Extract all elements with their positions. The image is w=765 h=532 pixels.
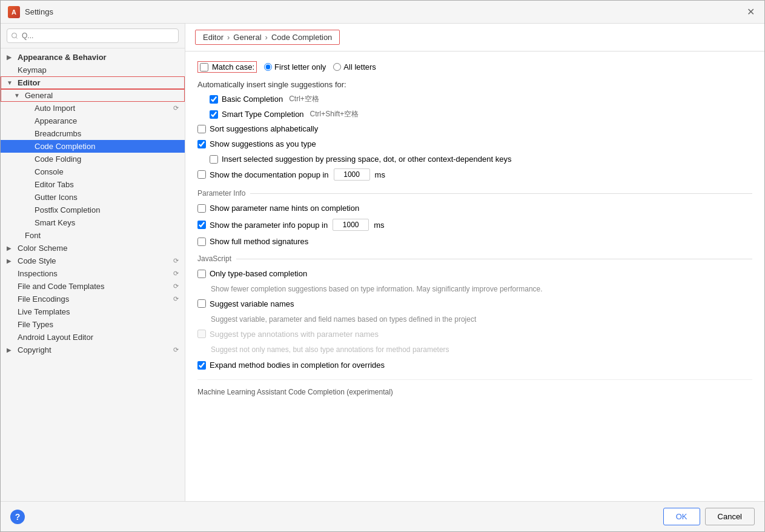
sidebar-item-keymap[interactable]: Keymap [1,64,185,76]
sidebar-item-live-templates[interactable]: Live Templates [1,305,185,318]
sidebar-item-label: Editor [18,78,179,87]
sidebar-item-file-types[interactable]: File Types [1,318,185,331]
right-panel: Editor › General › Code Completion Match… [185,24,764,501]
sync-icon: ⟳ [173,346,179,354]
help-button[interactable]: ? [10,510,25,524]
breadcrumb-sep2: › [265,33,268,42]
type-based-hint: Show fewer completion suggestions based … [197,284,752,294]
sidebar-item-appearance-behavior[interactable]: ▶ Appearance & Behavior [1,51,185,64]
sidebar-item-label: Appearance [35,116,179,125]
sidebar-item-code-style[interactable]: ▶ Code Style ⟳ [1,254,185,267]
show-as-you-type-label[interactable]: Show suggestions as you type [197,139,316,148]
match-case-label[interactable]: Match case: [200,62,254,71]
smart-type-checkbox[interactable] [210,110,218,119]
sidebar-item-code-completion[interactable]: Code Completion [1,140,185,153]
sidebar-item-console[interactable]: Console [1,165,185,178]
type-based-label[interactable]: Only type-based completion [197,269,307,278]
sidebar-item-font[interactable]: Font [1,229,185,242]
sidebar-item-label: File Encodings [18,294,173,304]
sidebar-item-label: Breadcrumbs [35,129,179,138]
show-param-hints-checkbox[interactable] [197,204,206,213]
radio-first-letter[interactable]: First letter only [264,62,326,71]
suggest-type-annotations-label[interactable]: Suggest type annotations with parameter … [197,330,379,339]
radio-group: First letter only All letters [264,62,376,71]
suggest-type-annotations-hint: Suggest not only names, but also type an… [197,345,752,355]
type-based-checkbox[interactable] [197,270,206,278]
content-area: Match case: First letter only All letter… [185,52,764,501]
show-param-popup-input[interactable] [333,219,369,231]
show-full-signatures-row: Show full method signatures [197,237,752,246]
expand-method-bodies-row: Expand method bodies in completion for o… [197,361,752,370]
radio-first-letter-input[interactable] [264,63,272,71]
show-doc-popup-input[interactable] [334,168,370,181]
show-param-popup-checkbox[interactable] [197,221,206,229]
suggest-type-annotations-checkbox[interactable] [197,330,206,338]
titlebar: A Settings ✕ [1,1,764,24]
sidebar-item-editor[interactable]: ▼ Editor [1,76,185,89]
match-case-checkbox[interactable] [200,63,208,71]
radio-all-letters-input[interactable] [333,63,341,71]
show-full-signatures-checkbox[interactable] [197,238,206,246]
sidebar-item-editor-tabs[interactable]: Editor Tabs [1,178,185,191]
insert-by-keys-label[interactable]: Insert selected suggestion by pressing s… [210,155,752,164]
radio-all-letters[interactable]: All letters [333,62,376,71]
titlebar-title: Settings [25,7,53,16]
sidebar: ▶ Appearance & Behavior Keymap ▼ Editor … [1,24,185,501]
sidebar-item-file-code-templates[interactable]: File and Code Templates ⟳ [1,280,185,293]
expand-method-bodies-label[interactable]: Expand method bodies in completion for o… [197,361,385,370]
sort-alphabetically-checkbox[interactable] [197,125,206,133]
show-param-popup-label[interactable]: Show the parameter info popup in [197,221,328,230]
footer-left: ? [10,510,25,524]
show-param-hints-label[interactable]: Show parameter name hints on completion [197,204,359,213]
search-input[interactable] [7,28,179,43]
sidebar-item-gutter-icons[interactable]: Gutter Icons [1,191,185,204]
sidebar-item-label: Appearance & Behavior [18,53,179,62]
ok-button[interactable]: OK [663,508,700,525]
ml-section: Machine Learning Assistant Code Completi… [197,379,752,396]
show-doc-popup-suffix: ms [375,170,385,179]
sidebar-item-label: Auto Import [35,104,173,113]
sidebar-item-postfix-completion[interactable]: Postfix Completion [1,204,185,216]
cancel-button[interactable]: Cancel [705,508,755,525]
show-as-you-type-text: Show suggestions as you type [210,139,316,148]
sidebar-item-color-scheme[interactable]: ▶ Color Scheme [1,242,185,254]
show-doc-popup-checkbox[interactable] [197,170,206,179]
show-as-you-type-checkbox[interactable] [197,140,206,148]
show-full-signatures-label[interactable]: Show full method signatures [197,237,308,246]
sidebar-item-code-folding[interactable]: Code Folding [1,153,185,165]
close-button[interactable]: ✕ [744,5,757,19]
expand-method-bodies-checkbox[interactable] [197,361,206,370]
sort-alphabetically-label[interactable]: Sort suggestions alphabetically [197,124,318,133]
show-doc-popup-label[interactable]: Show the documentation popup in [197,170,329,179]
sidebar-item-smart-keys[interactable]: Smart Keys [1,216,185,229]
sidebar-item-general[interactable]: ▼ General [1,89,185,102]
breadcrumb-bar: Editor › General › Code Completion [185,24,764,52]
search-box [1,24,185,48]
basic-completion-row: Basic Completion Ctrl+空格 [197,94,752,104]
show-param-popup-row: Show the parameter info popup in ms [197,219,752,231]
javascript-divider: JavaScript [197,254,752,263]
suggest-variable-checkbox[interactable] [197,299,206,308]
main-content: ▶ Appearance & Behavior Keymap ▼ Editor … [1,24,764,501]
sidebar-item-file-encodings[interactable]: File Encodings ⟳ [1,293,185,305]
insert-by-keys-checkbox[interactable] [210,155,218,164]
sidebar-item-appearance[interactable]: Appearance [1,115,185,127]
show-param-hints-text: Show parameter name hints on completion [210,204,359,213]
show-param-popup-text: Show the parameter info popup in [210,221,328,230]
smart-type-label[interactable]: Smart Type Completion Ctrl+Shift+空格 [210,109,752,119]
app-icon: A [8,6,20,18]
sidebar-item-label: Postfix Completion [35,205,179,214]
sync-icon: ⟳ [173,295,179,303]
basic-completion-label[interactable]: Basic Completion Ctrl+空格 [210,94,752,104]
sidebar-item-copyright[interactable]: ▶ Copyright ⟳ [1,344,185,356]
sidebar-item-android-layout-editor[interactable]: Android Layout Editor [1,331,185,344]
sidebar-item-inspections[interactable]: Inspections ⟳ [1,267,185,280]
sidebar-item-auto-import[interactable]: Auto Import ⟳ [1,102,185,115]
match-case-text: Match case: [212,62,254,71]
type-based-text: Only type-based completion [210,269,307,278]
suggest-variable-label[interactable]: Suggest variable names [197,299,294,308]
smart-type-text: Smart Type Completion [222,110,304,119]
sidebar-item-breadcrumbs[interactable]: Breadcrumbs [1,127,185,140]
sidebar-item-label: Android Layout Editor [18,333,179,342]
basic-completion-checkbox[interactable] [210,95,218,104]
